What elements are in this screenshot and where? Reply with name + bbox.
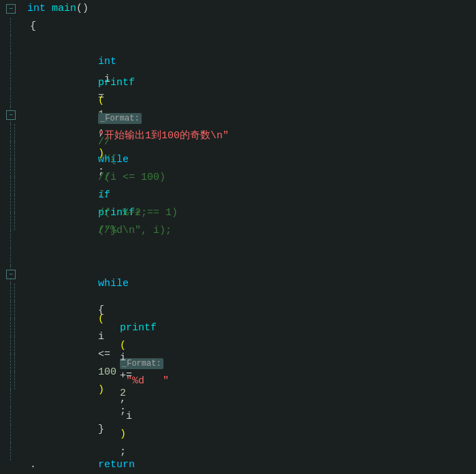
code-editor: − − bbox=[0, 0, 476, 474]
line-1-main-decl: int main () bbox=[27, 0, 476, 18]
line-8-comment-brace: //{ bbox=[27, 133, 476, 151]
gutter-line-2 bbox=[0, 18, 22, 35]
line-12-comment-brace-close: //} bbox=[27, 204, 476, 222]
line-13-blank bbox=[27, 222, 476, 240]
gutter-line-15 bbox=[0, 248, 22, 266]
gutter-line-25 bbox=[0, 425, 22, 443]
gutter-line-14 bbox=[0, 230, 22, 248]
gutter-line-19 bbox=[0, 319, 22, 336]
gutter-line-12 bbox=[0, 195, 22, 212]
line-6-blank bbox=[27, 98, 476, 116]
line-24-return: return 0 ; bbox=[27, 439, 476, 456]
line-9-comment-if: // if (i % 2 == 1) bbox=[27, 151, 476, 169]
code-content: int main () { int i = 1 ; printf ( _Form… bbox=[22, 0, 476, 474]
gutter-line-3 bbox=[0, 35, 22, 53]
brace-open-main: { bbox=[27, 18, 36, 35]
line-23-blank bbox=[27, 421, 476, 439]
gutter-line-11 bbox=[0, 177, 22, 195]
line-18-i-plus-eq: i += 2 ; bbox=[27, 332, 476, 349]
gutter-line-16: − bbox=[0, 266, 22, 283]
line-14-blank bbox=[27, 240, 476, 257]
line-16-while-brace: { bbox=[27, 284, 476, 302]
line-20-blank bbox=[27, 368, 476, 385]
gutter-line-13 bbox=[0, 212, 22, 230]
line-7-while-comment: // while (i <= 100) bbox=[27, 116, 476, 133]
gutter-line-26 bbox=[0, 443, 22, 460]
line-11-comment-iinc: // i++; bbox=[27, 187, 476, 204]
gutter: − − bbox=[0, 0, 22, 474]
collapse-while-comment-icon[interactable]: − bbox=[6, 110, 16, 120]
gutter-line-22 bbox=[0, 372, 22, 390]
line-22-close-while: } bbox=[27, 403, 476, 421]
func-main: main bbox=[46, 0, 76, 18]
gutter-line-18 bbox=[0, 301, 22, 319]
line-5-blank bbox=[27, 80, 476, 98]
gutter-line-1: − bbox=[0, 0, 22, 18]
line-15-while: while ( i <= 100 ) bbox=[27, 257, 476, 285]
gutter-line-10 bbox=[0, 159, 22, 177]
keyword-int: int bbox=[27, 0, 46, 18]
line-3-int-i: int i = 1 ; bbox=[27, 35, 476, 57]
partial-close-brace: . bbox=[27, 456, 36, 474]
gutter-line-23 bbox=[0, 390, 22, 407]
gutter-line-8 bbox=[0, 124, 22, 142]
line-25-partial: . bbox=[27, 456, 476, 474]
line-2-brace: { bbox=[27, 18, 476, 35]
gutter-line-9 bbox=[0, 142, 22, 159]
gutter-line-21 bbox=[0, 354, 22, 372]
line-17-printf-2: printf ( _Format: "%d " , i ) ; bbox=[27, 302, 476, 332]
paren-open: () bbox=[76, 0, 89, 18]
gutter-line-17 bbox=[0, 283, 22, 301]
gutter-line-20 bbox=[0, 336, 22, 354]
line-21-blank bbox=[27, 385, 476, 403]
gutter-line-7: − bbox=[0, 106, 22, 124]
collapse-main-icon[interactable]: − bbox=[6, 4, 16, 14]
line-10-comment-printf: // printf ("%d\n", i); bbox=[27, 169, 476, 187]
gutter-line-24 bbox=[0, 407, 22, 425]
line-19-blank bbox=[27, 350, 476, 368]
gutter-line-5 bbox=[0, 71, 22, 89]
gutter-line-6 bbox=[0, 89, 22, 106]
collapse-while-icon[interactable]: − bbox=[6, 270, 16, 279]
gutter-line-4 bbox=[0, 53, 22, 71]
line-4-printf-1: printf ( _Format: "开始输出1到100的奇数\n" ) ; bbox=[27, 57, 476, 80]
